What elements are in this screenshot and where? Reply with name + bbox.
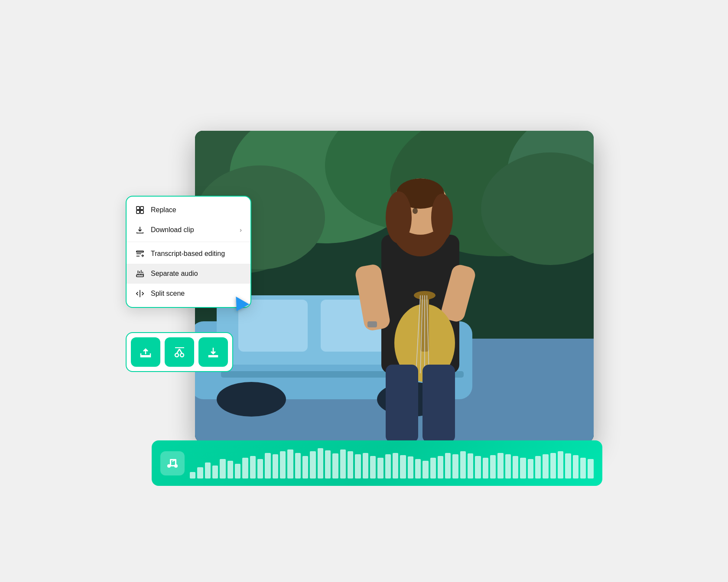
svg-rect-35 — [422, 365, 455, 443]
waveform-bar-segment — [340, 449, 346, 478]
svg-rect-33 — [367, 321, 377, 327]
toolbar-cut-button[interactable] — [165, 337, 194, 367]
waveform-bar-segment — [332, 453, 338, 478]
waveform-bar-segment — [445, 453, 451, 479]
menu-item-download-clip-label: Download clip — [151, 226, 234, 234]
waveform-bar-segment — [422, 461, 428, 479]
scene-wrapper: Replace Download clip › — [126, 96, 602, 486]
svg-point-52 — [175, 353, 179, 357]
menu-item-separate-audio-label: Separate audio — [151, 270, 242, 278]
waveform-bar-segment — [400, 455, 406, 478]
svg-point-53 — [180, 353, 184, 357]
svg-point-21 — [386, 191, 412, 243]
svg-point-22 — [431, 194, 453, 241]
waveform-bar-segment — [580, 458, 586, 479]
replace-icon — [135, 205, 145, 215]
svg-rect-34 — [386, 365, 418, 443]
waveform-bar-segment — [468, 453, 473, 478]
waveform-bar — [152, 440, 602, 486]
svg-rect-46 — [136, 251, 143, 252]
waveform-bar-segment — [588, 459, 593, 478]
waveform-bar-segment — [190, 472, 195, 479]
menu-item-download-clip[interactable]: Download clip › — [127, 220, 250, 240]
waveform-bar-segment — [273, 454, 278, 478]
svg-rect-41 — [170, 459, 176, 460]
svg-rect-11 — [238, 300, 308, 352]
waveform-bar-segment — [505, 454, 511, 478]
menu-item-split-scene-label: Split scene — [151, 290, 242, 297]
waveform-bar-segment — [355, 454, 361, 478]
waveform-bar-segment — [558, 451, 563, 479]
waveform-bar-segment — [235, 464, 240, 478]
music-icon — [160, 451, 185, 475]
chevron-right-icon: › — [240, 226, 242, 233]
waveform-bar-segment — [310, 451, 315, 479]
svg-rect-49 — [136, 275, 143, 277]
waveform-bar-segment — [325, 450, 331, 479]
waveform-bar-segment — [348, 451, 353, 479]
menu-item-transcript-label: Transcript-based editing — [151, 250, 242, 258]
svg-rect-44 — [136, 210, 140, 213]
split-scene-icon — [135, 289, 145, 298]
waveform-bar-segment — [408, 456, 413, 478]
waveform-bar-segment — [318, 448, 323, 479]
waveform-bar-segment — [438, 456, 443, 479]
waveform-bar-segment — [295, 453, 301, 479]
waveform-bar-segment — [490, 455, 496, 478]
menu-item-split-scene[interactable]: Split scene — [127, 284, 250, 304]
waveform-bar-segment — [377, 458, 383, 479]
waveform-bar-segment — [242, 458, 248, 479]
menu-item-replace-label: Replace — [151, 206, 242, 214]
waveform-bar-segment — [302, 456, 308, 479]
waveform-bar-segment — [483, 458, 488, 479]
waveform-bar-segment — [497, 453, 503, 479]
svg-line-54 — [177, 349, 179, 353]
menu-item-separate-audio[interactable]: Separate audio — [127, 264, 250, 284]
download-clip-icon — [135, 225, 145, 235]
waveform-bar-segment — [520, 458, 526, 479]
waveform-bar-segment — [452, 454, 458, 478]
menu-item-replace[interactable]: Replace — [127, 200, 250, 220]
waveform-bar-segment — [212, 466, 218, 478]
menu-divider-1 — [127, 242, 250, 242]
waveform-bar-segment — [228, 461, 233, 479]
waveform-bar-segment — [460, 451, 466, 479]
waveform-bar-segment — [370, 456, 376, 479]
waveform-bar-segment — [535, 456, 541, 479]
video-frame — [195, 131, 594, 443]
toolbar-upload-button[interactable] — [131, 337, 160, 367]
waveform-bar-segment — [393, 453, 398, 479]
waveform-bar-segment — [205, 462, 211, 479]
waveform-bar-segment — [415, 459, 421, 478]
context-menu: Replace Download clip › — [126, 196, 251, 308]
waveform-bar-segment — [363, 453, 368, 479]
waveform-bar-segment — [197, 467, 203, 479]
waveform-bar-segment — [287, 449, 293, 478]
waveform-bar-segment — [220, 459, 225, 478]
waveform-bar-segment — [257, 459, 263, 478]
toolbar-download-button[interactable] — [198, 337, 228, 367]
waveform-bar-segment — [550, 453, 556, 479]
menu-item-transcript[interactable]: Transcript-based editing — [127, 244, 250, 264]
waveform-bar-segment — [528, 459, 533, 478]
waveform-bar-segment — [543, 454, 548, 478]
svg-point-13 — [217, 382, 286, 417]
video-background — [195, 131, 594, 443]
waveform-bar-segment — [565, 453, 571, 478]
waveform-bar-segment — [475, 456, 481, 479]
waveform-bar-segment — [430, 458, 436, 479]
svg-rect-42 — [136, 207, 140, 210]
waveform-bar-segment — [265, 453, 270, 479]
svg-line-55 — [179, 349, 182, 353]
waveform-bar-segment — [385, 454, 391, 478]
waveform-bar-segment — [250, 456, 256, 479]
toolbar — [126, 332, 233, 372]
svg-point-23 — [413, 208, 418, 214]
waveform-bar-segment — [513, 456, 518, 479]
waveform-visualization — [190, 448, 594, 479]
separate-audio-icon — [135, 269, 145, 278]
transcript-icon — [135, 249, 145, 259]
waveform-bar-segment — [573, 455, 578, 478]
waveform-bar-segment — [280, 451, 286, 479]
